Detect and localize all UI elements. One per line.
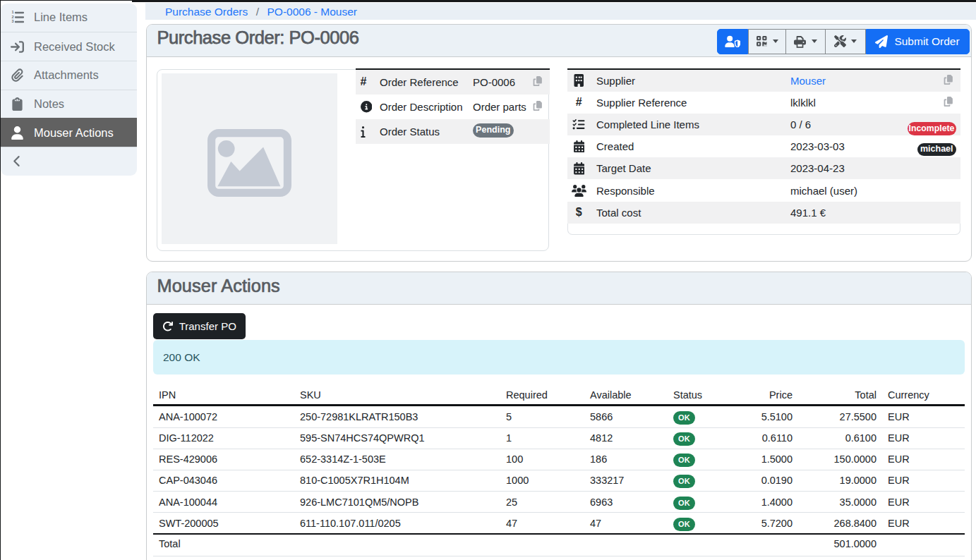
svg-text:3: 3 [11,20,13,24]
svg-text:1: 1 [11,11,13,14]
svg-text:2: 2 [11,15,13,19]
